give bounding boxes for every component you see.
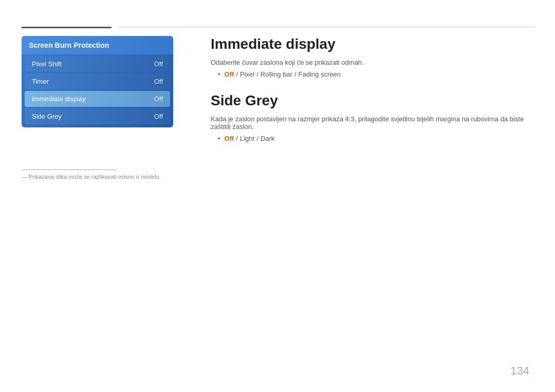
screen-burn-box: Screen Burn Protection Pixel ShiftOffTim… xyxy=(22,36,173,127)
bullet-dot-1: • xyxy=(218,70,220,78)
menu-item-immediate-display[interactable]: Immediate displayOff xyxy=(25,91,170,107)
menu-item-label: Timer xyxy=(32,78,49,85)
bullet-immediate: • Off / Pixel / Rolling bar / Fading scr… xyxy=(218,70,534,78)
bullet-option-light: Light xyxy=(240,135,254,142)
menu-item-value: Off xyxy=(154,113,163,120)
menu-item-label: Immediate display xyxy=(32,95,86,103)
bullet-option-fading: Fading screen xyxy=(299,70,341,78)
left-panel: Screen Burn Protection Pixel ShiftOffTim… xyxy=(22,36,173,127)
screen-burn-title: Screen Burn Protection xyxy=(22,36,173,54)
menu-item-label: Side Grey xyxy=(32,113,62,120)
bullet-option-off-1: Off xyxy=(225,70,234,78)
bullet-sidegrey: • Off / Light / Dark xyxy=(218,135,534,142)
menu-item-value: Off xyxy=(154,78,163,85)
bullet-separator-1: / xyxy=(236,70,238,78)
menu-item-pixel-shift[interactable]: Pixel ShiftOff xyxy=(25,56,170,72)
bullet-dot-2: • xyxy=(218,135,220,142)
section-immediate-display: Immediate display Odaberite čuvar zaslon… xyxy=(211,36,534,78)
section-desc-sidegrey: Kada je zaslon postavljen na razmjer pri… xyxy=(211,115,534,130)
section-title-sidegrey: Side Grey xyxy=(211,92,534,109)
menu-item-value: Off xyxy=(154,95,163,103)
footnote-text: — Prikazana slika može se razlikovati ov… xyxy=(22,174,161,180)
bullet-separator-4: / xyxy=(236,135,238,142)
right-content: Immediate display Odaberite čuvar zaslon… xyxy=(211,36,534,144)
section-side-grey: Side Grey Kada je zaslon postavljen na r… xyxy=(211,92,534,142)
bullet-option-pixel: Pixel xyxy=(240,70,254,78)
top-border-thin xyxy=(118,27,534,27)
menu-item-label: Pixel Shift xyxy=(32,60,62,68)
bullet-option-dark: Dark xyxy=(261,135,274,142)
bullet-option-off-2: Off xyxy=(225,135,234,142)
section-desc-immediate: Odaberite čuvar zaslona koji će se prika… xyxy=(211,59,534,66)
section-title-immediate: Immediate display xyxy=(211,36,534,52)
bullet-separator-3: / xyxy=(294,70,297,78)
menu-item-timer[interactable]: TimerOff xyxy=(25,73,170,89)
bullet-separator-5: / xyxy=(256,135,258,142)
page-number: 134 xyxy=(510,364,529,378)
top-border-thick xyxy=(22,27,112,28)
menu-item-side-grey[interactable]: Side GreyOff xyxy=(25,108,170,124)
menu-item-value: Off xyxy=(154,60,163,68)
bullet-option-rolling: Rolling bar xyxy=(261,70,292,78)
footnote-line xyxy=(22,170,117,170)
bullet-separator-2: / xyxy=(256,70,258,78)
